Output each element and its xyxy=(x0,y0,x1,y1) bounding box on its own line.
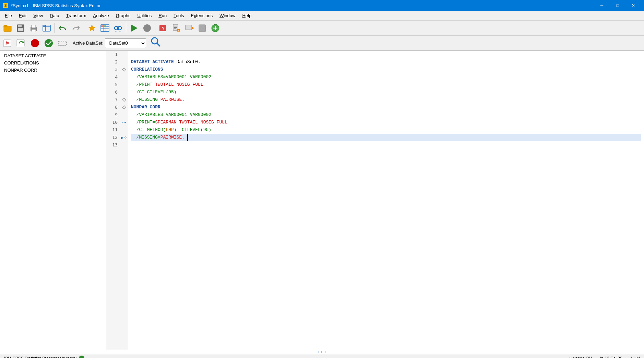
status-bar: IBM SPSS Statistics Processor is ready ✓… xyxy=(0,354,644,358)
toolbar-row1: ? xyxy=(0,21,644,36)
svg-text:?: ? xyxy=(162,26,165,31)
line-num-7: 7 xyxy=(106,96,120,104)
separator3 xyxy=(126,23,126,33)
processor-status: IBM SPSS Statistics Processor is ready xyxy=(4,356,76,358)
code-line-10: /PRINT=SPEARMAN TWOTAIL NOSIG FULL xyxy=(131,119,641,126)
gutter-9 xyxy=(120,111,128,119)
line-num-9: 9 xyxy=(106,111,120,119)
line-num-1: 1 xyxy=(106,51,120,58)
open-button[interactable] xyxy=(1,22,14,34)
svg-rect-50 xyxy=(58,41,67,45)
add-item-button[interactable] xyxy=(209,22,222,34)
search-icon[interactable] xyxy=(150,36,161,50)
svg-rect-5 xyxy=(18,25,22,27)
validate-button[interactable] xyxy=(43,37,55,49)
line-numbers: 1 2 3 4 5 6 7 8 9 10 11 12 13 xyxy=(106,51,120,350)
svg-point-48 xyxy=(31,39,39,47)
menu-file[interactable]: File xyxy=(1,12,15,20)
svg-line-26 xyxy=(116,31,116,32)
gray-square-button[interactable] xyxy=(196,22,208,34)
svg-rect-40 xyxy=(199,25,206,32)
run-selection-button[interactable] xyxy=(15,37,27,49)
menu-graphs[interactable]: Graphs xyxy=(112,12,134,20)
active-dataset-select[interactable]: DataSet0 xyxy=(105,38,146,48)
unicode-status: Unicode:ON xyxy=(570,356,592,358)
data-table-button[interactable] xyxy=(99,22,111,34)
gutter-12: ▶ xyxy=(120,134,128,141)
code-line-6: /CI CILEVEL(95) xyxy=(131,88,641,96)
window-title: *Syntax1 - IBM SPSS Statistics Syntax Ed… xyxy=(11,3,101,8)
menu-analyze[interactable]: Analyze xyxy=(90,12,112,20)
line-num-2: 2 xyxy=(106,58,120,66)
line-num-11: 11 xyxy=(106,126,120,134)
menu-utilities[interactable]: Utilities xyxy=(134,12,155,20)
scroll-indicator: • • • xyxy=(0,350,644,354)
svg-rect-46 xyxy=(17,39,24,47)
gutter: • • • ▶ xyxy=(120,51,128,350)
minimize-button[interactable]: ─ xyxy=(594,0,610,11)
code-area[interactable]: DATASET ACTIVATE DataSet0. CORRELATIONS … xyxy=(128,51,644,350)
line-num-3: 3 xyxy=(106,66,120,73)
line-num-13: 13 xyxy=(106,141,120,149)
app-icon: S xyxy=(3,3,8,8)
svg-text:S: S xyxy=(4,4,7,8)
active-dataset-label: Active DataSet: xyxy=(73,40,104,46)
menu-bar: File Edit View Data Transform Analyze Gr… xyxy=(0,11,644,21)
regex-button[interactable]: /* xyxy=(1,37,14,49)
status-right: Unicode:ON In 12 Col 20 NUM xyxy=(570,356,640,358)
menu-tools[interactable]: Tools xyxy=(170,12,187,20)
gutter-3 xyxy=(120,66,128,73)
view-table-button[interactable] xyxy=(40,22,53,34)
svg-rect-22 xyxy=(103,25,106,27)
menu-window[interactable]: Window xyxy=(216,12,239,20)
sidebar-item-correlations[interactable]: CORRELATIONS xyxy=(3,59,103,67)
line-num-8: 8 xyxy=(106,104,120,111)
present-button[interactable] xyxy=(183,22,195,34)
close-button[interactable]: ✕ xyxy=(625,0,641,11)
run-button[interactable] xyxy=(128,22,140,34)
svg-rect-3 xyxy=(4,25,7,27)
redo-button[interactable] xyxy=(70,22,82,34)
main-area: DATASET ACTIVATE CORRELATIONS NONPAR COR… xyxy=(0,51,644,350)
dotted-button[interactable] xyxy=(56,37,69,49)
menu-help[interactable]: Help xyxy=(239,12,255,20)
save-button[interactable] xyxy=(14,22,27,34)
print-button[interactable] xyxy=(27,22,40,34)
menu-run[interactable]: Run xyxy=(155,12,170,20)
bookmark-button[interactable] xyxy=(86,22,98,34)
svg-rect-14 xyxy=(43,25,46,27)
svg-marker-39 xyxy=(192,27,194,29)
sidebar-item-nonpar-corr[interactable]: NONPAR CORR xyxy=(3,67,103,74)
position-status: In 12 Col 20 xyxy=(600,356,622,358)
svg-text:/*: /* xyxy=(5,41,9,46)
svg-text:✓: ✓ xyxy=(80,357,83,358)
title-bar-left: S *Syntax1 - IBM SPSS Statistics Syntax … xyxy=(3,3,101,8)
gutter-6 xyxy=(120,88,128,96)
undo-button[interactable] xyxy=(57,22,69,34)
menu-extensions[interactable]: Extensions xyxy=(188,12,216,20)
stop2-button[interactable] xyxy=(29,37,41,49)
script-button[interactable] xyxy=(170,22,182,34)
code-line-9: /VARIABLES=VAR00001 VAR00002 xyxy=(131,111,641,119)
separator4 xyxy=(155,23,155,33)
editor-area: 1 2 3 4 5 6 7 8 9 10 11 12 13 xyxy=(106,51,644,350)
sidebar-item-dataset-activate[interactable]: DATASET ACTIVATE xyxy=(3,52,103,59)
gutter-10: • • • xyxy=(120,119,128,126)
menu-view[interactable]: View xyxy=(30,12,46,20)
menu-transform[interactable]: Transform xyxy=(63,12,90,20)
code-line-11: /CI METHOD(FHP) CILEVEL(95) xyxy=(131,126,641,134)
stop-button[interactable] xyxy=(141,22,153,34)
maximize-button[interactable]: □ xyxy=(610,0,625,11)
svg-marker-54 xyxy=(122,98,126,102)
gutter-11 xyxy=(120,126,128,134)
gutter-8 xyxy=(120,104,128,111)
help-spss-button[interactable]: ? xyxy=(157,22,169,34)
menu-data[interactable]: Data xyxy=(46,12,62,20)
line-num-5: 5 xyxy=(106,81,120,88)
svg-rect-6 xyxy=(18,28,23,31)
line-num-12: 12 xyxy=(106,134,120,141)
svg-rect-21 xyxy=(101,25,103,27)
menu-edit[interactable]: Edit xyxy=(15,12,30,20)
line-num-4: 4 xyxy=(106,73,120,81)
find-button[interactable] xyxy=(112,22,124,34)
